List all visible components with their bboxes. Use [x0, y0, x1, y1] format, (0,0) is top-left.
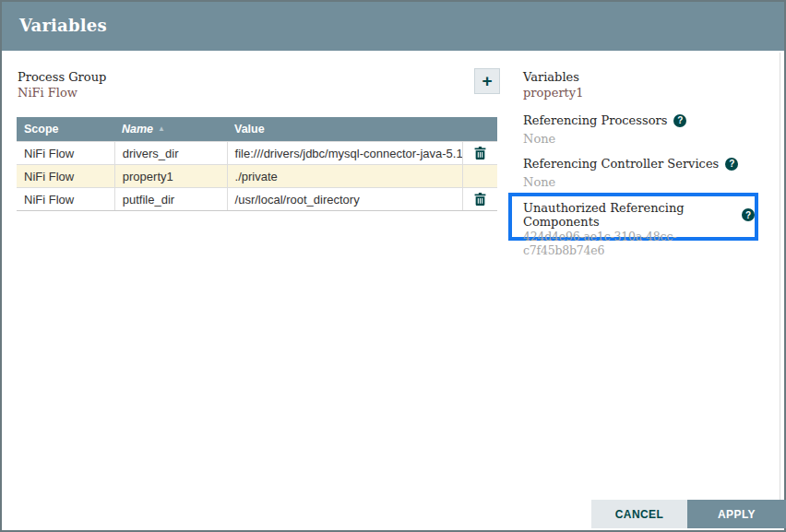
referencing-controller-services-value: None: [523, 175, 555, 189]
side-panel-divider: [780, 53, 780, 502]
apply-button[interactable]: APPLY: [687, 500, 786, 528]
column-header-value[interactable]: Value: [227, 123, 463, 136]
column-header-scope[interactable]: Scope: [17, 123, 114, 136]
cell-name: drivers_dir: [114, 142, 227, 164]
referencing-controller-services-label: Referencing Controller Services: [523, 157, 719, 171]
side-panel-variables-label: Variables: [523, 70, 579, 84]
process-group-label: Process Group: [18, 70, 106, 84]
cell-scope: NiFi Flow: [17, 170, 114, 183]
cell-value: file:///drivers/jdbc/mysql-connector-jav…: [227, 142, 463, 164]
question-mark-icon[interactable]: ?: [725, 158, 738, 171]
referencing-processors-section: Referencing Processors ?: [523, 113, 686, 127]
unauthorized-components-highlight: Unauthorized Referencing Components ? 42…: [508, 193, 758, 241]
referencing-processors-value: None: [523, 132, 555, 146]
cell-value: /usr/local/root_directory: [227, 188, 463, 210]
delete-variable-button[interactable]: [474, 147, 486, 160]
column-header-name[interactable]: Name ▲: [114, 123, 227, 136]
selected-variable-name: property1: [523, 86, 583, 100]
sort-asc-icon: ▲: [158, 125, 165, 133]
delete-variable-button[interactable]: [474, 193, 486, 206]
cell-name: property1: [114, 165, 227, 187]
process-group-value: NiFi Flow: [18, 86, 77, 100]
question-mark-icon[interactable]: ?: [673, 114, 686, 127]
cell-name: putfile_dir: [114, 188, 227, 210]
trash-icon: [474, 193, 486, 206]
unauthorized-components-label: Unauthorized Referencing Components: [523, 201, 735, 229]
dialog-header: Variables: [2, 2, 784, 51]
table-row[interactable]: NiFi Flow property1 ./private: [17, 164, 497, 187]
table-row[interactable]: NiFi Flow putfile_dir /usr/local/root_di…: [17, 187, 497, 210]
trash-icon: [474, 147, 486, 160]
cell-scope: NiFi Flow: [17, 147, 114, 160]
dialog-title: Variables: [19, 16, 107, 35]
cancel-button[interactable]: CANCEL: [591, 500, 687, 528]
cell-scope: NiFi Flow: [17, 193, 114, 207]
referencing-processors-label: Referencing Processors: [523, 113, 667, 127]
variables-dialog: Variables Process Group NiFi Flow + Scop…: [0, 0, 786, 532]
referencing-controller-services-section: Referencing Controller Services ?: [523, 157, 738, 171]
variables-table: Scope Name ▲ Value NiFi Flow drivers_dir…: [17, 117, 497, 211]
cell-value: ./private: [227, 165, 463, 187]
unauthorized-components-section: Unauthorized Referencing Components ?: [523, 201, 755, 229]
question-mark-icon[interactable]: ?: [742, 208, 755, 221]
unauthorized-component-id: 424d4e96-ae1c-310a-48cc-c7f45b8b74e6: [523, 230, 755, 257]
table-row[interactable]: NiFi Flow drivers_dir file:///drivers/jd…: [17, 141, 497, 164]
add-variable-button[interactable]: +: [474, 68, 500, 94]
table-header-row: Scope Name ▲ Value: [17, 117, 497, 141]
plus-icon: +: [482, 72, 492, 89]
cell-actions-empty: [462, 165, 497, 187]
